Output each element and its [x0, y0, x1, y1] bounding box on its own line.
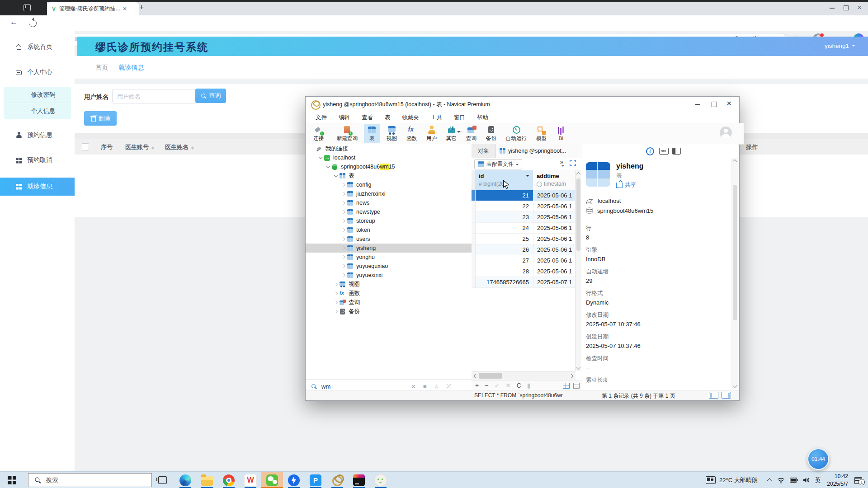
general-info-icon[interactable]: i	[646, 147, 654, 155]
grid-view-icon[interactable]	[563, 383, 570, 389]
tree-item[interactable]: yuyuequxiao	[306, 262, 472, 271]
taskbar-app[interactable]	[196, 472, 218, 488]
grid-row[interactable]: 28 2025-05-06 1	[472, 266, 576, 277]
toolbar-button[interactable]: 函数	[403, 124, 420, 143]
columns-icon[interactable]	[672, 148, 681, 155]
tree-search-input[interactable]	[321, 383, 404, 390]
cell-addtime[interactable]: 2025-05-06 1	[533, 234, 576, 244]
notification-center-button[interactable]: 1	[854, 477, 863, 484]
row-indicator[interactable]	[472, 266, 476, 277]
weather-text[interactable]: 22°C 大部晴朗	[719, 476, 758, 484]
scroll-up-icon[interactable]	[733, 160, 737, 164]
tree-expand-icon[interactable]	[333, 173, 339, 178]
tree-item[interactable]: storeup	[306, 216, 472, 225]
menu-item[interactable]: 编辑	[339, 114, 350, 122]
menu-item[interactable]: 工具	[431, 114, 442, 122]
row-indicator[interactable]	[472, 244, 476, 255]
tree-item[interactable]: newstype	[306, 207, 472, 216]
toolbar-button[interactable]: 连接	[310, 124, 327, 143]
cell-id[interactable]: 28	[476, 266, 533, 277]
taskbar-app[interactable]	[240, 472, 261, 488]
recording-timer-bubble[interactable]: 01:44	[807, 448, 829, 470]
scroll-up-icon[interactable]	[576, 172, 581, 177]
menu-item[interactable]: 收藏夹	[402, 114, 420, 122]
refresh-icon[interactable]: C	[517, 382, 521, 389]
taskbar-clock[interactable]: 10:42 2025/5/7	[827, 473, 848, 487]
taskbar-app[interactable]	[175, 472, 196, 488]
tree-expand-icon[interactable]	[326, 164, 331, 169]
column-header-addtime[interactable]: addtime timestam	[533, 170, 576, 190]
wifi-icon[interactable]	[777, 477, 785, 483]
tree-item[interactable]: yonghu	[306, 253, 472, 262]
tree-expand-icon[interactable]	[341, 182, 346, 188]
cell-addtime[interactable]: 2025-05-06 1	[533, 201, 576, 211]
table-profile-button[interactable]: 表配置文件	[474, 159, 522, 169]
menu-item[interactable]: 帮助	[477, 114, 488, 122]
toolbar-button[interactable]: 新建查询	[334, 124, 361, 143]
tree-expand-icon[interactable]	[341, 263, 346, 269]
share-link[interactable]: 共享	[616, 181, 636, 189]
cell-id[interactable]: 26	[476, 244, 533, 255]
tree-expand-icon[interactable]	[333, 282, 339, 287]
tree-item[interactable]: 表	[306, 171, 472, 180]
tree-item[interactable]: springboot48u6wm15	[306, 162, 472, 171]
stop-icon[interactable]: ▮	[527, 382, 531, 389]
navicat-titlebar[interactable]: yisheng @springboot48u6wm15 (localhost) …	[306, 97, 739, 112]
grid-row[interactable]: 27 2025-05-06 1	[472, 255, 576, 266]
scroll-right-icon[interactable]	[569, 374, 574, 379]
cell-addtime[interactable]: 2025-05-06 1	[533, 223, 576, 233]
cell-addtime[interactable]: 2025-05-06 1	[533, 212, 576, 222]
scrollbar-thumb[interactable]	[576, 178, 580, 251]
tree-expand-icon[interactable]	[341, 218, 346, 224]
clear-search-icon[interactable]: ✕	[411, 383, 416, 390]
taskbar-app[interactable]	[283, 472, 305, 488]
toolbar-button[interactable]: 查询	[463, 124, 480, 143]
taskbar-app[interactable]	[348, 472, 370, 488]
delete-record-icon[interactable]: −	[485, 382, 488, 389]
tree-item[interactable]: jiuzhenxinxi	[306, 189, 472, 198]
grid-row[interactable]: 23 2025-05-06 1	[472, 212, 576, 223]
toggle-right-pane-icon[interactable]	[722, 392, 731, 399]
add-record-icon[interactable]: +	[475, 382, 479, 389]
breadcrumb-current[interactable]: 就诊信息	[118, 64, 144, 72]
tree-item[interactable]: users	[306, 235, 472, 244]
tree-expand-icon[interactable]	[341, 236, 346, 242]
input-method-indicator[interactable]: 英	[815, 476, 821, 484]
taskbar-app[interactable]	[326, 472, 348, 488]
user-menu[interactable]: yisheng1	[825, 42, 855, 49]
refresh-button[interactable]	[28, 18, 38, 29]
sidebar-item[interactable]: 个人中心	[0, 63, 75, 81]
start-button[interactable]	[8, 476, 16, 484]
grid-row[interactable]: 21 2025-05-06 1	[472, 190, 576, 201]
toolbar-button[interactable]: 自动运行	[503, 124, 530, 143]
sidebar-item[interactable]: 个人信息	[4, 103, 71, 119]
tree-item[interactable]: 我的连接	[306, 144, 472, 153]
row-indicator[interactable]	[472, 223, 476, 233]
tree-expand-icon[interactable]	[333, 300, 339, 305]
hidden-icons-chevron[interactable]	[767, 478, 773, 484]
more-tools-icon[interactable]: »	[560, 159, 563, 165]
grid-row[interactable]: 24 2025-05-06 1	[472, 223, 576, 234]
toolbar-button[interactable]: 模型	[533, 124, 550, 143]
battery-icon[interactable]	[790, 478, 798, 483]
menu-item[interactable]: 文件	[316, 114, 327, 122]
tree-expand-icon[interactable]	[333, 309, 339, 314]
cell-id[interactable]: 22	[476, 201, 533, 211]
tab-objects[interactable]: 对象	[472, 144, 496, 158]
cell-id[interactable]: 21	[476, 190, 533, 201]
toolbar-button[interactable]: BI	[553, 124, 569, 143]
task-view-button[interactable]	[158, 476, 167, 484]
row-indicator[interactable]	[472, 277, 476, 287]
toolbar-button[interactable]: 视图	[383, 124, 400, 143]
cell-addtime[interactable]: 2025-05-06 1	[533, 244, 576, 255]
tree-expand-icon[interactable]	[341, 245, 346, 251]
window-maximize-button[interactable]	[840, 4, 852, 12]
discard-icon[interactable]: ✕	[505, 382, 511, 389]
filter-icon[interactable]: ≡	[423, 383, 427, 390]
apply-icon[interactable]: ✓	[494, 382, 500, 389]
row-indicator[interactable]	[472, 255, 476, 266]
tree-expand-icon[interactable]	[341, 254, 346, 260]
toggle-left-pane-icon[interactable]	[709, 392, 718, 399]
breadcrumb-home[interactable]: 首页	[95, 64, 108, 72]
grid-row[interactable]: 1746585726665 2025-05-07 1	[472, 277, 576, 288]
